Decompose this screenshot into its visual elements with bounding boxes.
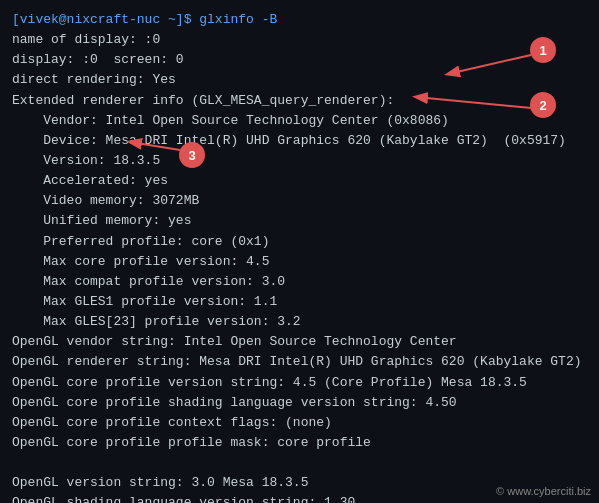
- line-5: Vendor: Intel Open Source Technology Cen…: [12, 111, 587, 131]
- line-21: OpenGL core profile profile mask: core p…: [12, 433, 587, 453]
- line-15: Max GLES[23] profile version: 3.2: [12, 312, 587, 332]
- line-8: Accelerated: yes: [12, 171, 587, 191]
- line-3: direct rendering: Yes: [12, 70, 587, 90]
- line-14: Max GLES1 profile version: 1.1: [12, 292, 587, 312]
- watermark: © www.cyberciti.biz: [496, 485, 591, 497]
- terminal-window: [vivek@nixcraft-nuc ~]$ glxinfo -B name …: [0, 0, 599, 503]
- command-prompt: [vivek@nixcraft-nuc ~]$ glxinfo -B: [12, 10, 587, 30]
- line-17: OpenGL renderer string: Mesa DRI Intel(R…: [12, 352, 587, 372]
- line-7: Version: 18.3.5: [12, 151, 587, 171]
- line-2: display: :0 screen: 0: [12, 50, 587, 70]
- line-6: Device: Mesa DRI Intel(R) UHD Graphics 6…: [12, 131, 587, 151]
- line-10: Unified memory: yes: [12, 211, 587, 231]
- line-13: Max compat profile version: 3.0: [12, 272, 587, 292]
- line-18: OpenGL core profile version string: 4.5 …: [12, 373, 587, 393]
- line-12: Max core profile version: 4.5: [12, 252, 587, 272]
- line-1: name of display: :0: [12, 30, 587, 50]
- line-20: OpenGL core profile context flags: (none…: [12, 413, 587, 433]
- line-blank-1: [12, 453, 587, 473]
- line-16: OpenGL vendor string: Intel Open Source …: [12, 332, 587, 352]
- line-11: Preferred profile: core (0x1): [12, 232, 587, 252]
- line-19: OpenGL core profile shading language ver…: [12, 393, 587, 413]
- line-9: Video memory: 3072MB: [12, 191, 587, 211]
- line-4: Extended renderer info (GLX_MESA_query_r…: [12, 91, 587, 111]
